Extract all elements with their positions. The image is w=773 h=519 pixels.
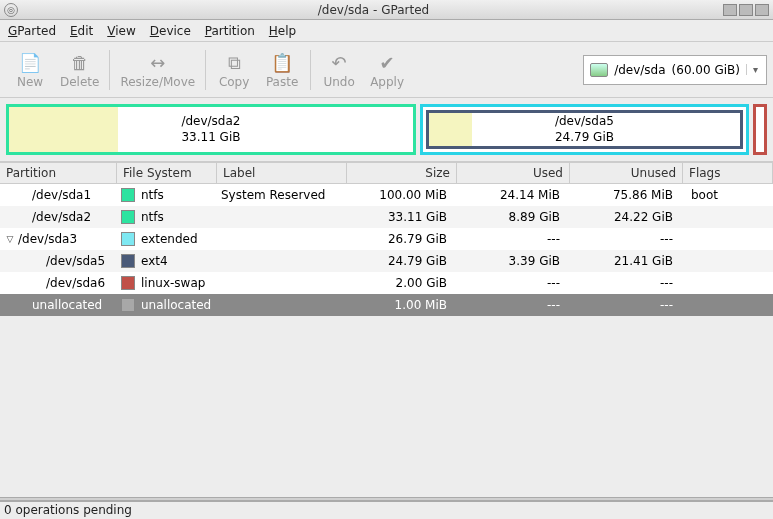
partition-size: 2.00 GiB xyxy=(347,272,457,294)
window-buttons xyxy=(723,4,769,16)
empty-area xyxy=(0,316,773,497)
partition-unused: 21.41 GiB xyxy=(570,250,683,272)
partition-size: 24.79 GiB xyxy=(347,250,457,272)
partition-label xyxy=(217,228,347,250)
table-row[interactable]: /dev/sda5ext424.79 GiB3.39 GiB21.41 GiB xyxy=(0,250,773,272)
device-name: /dev/sda xyxy=(614,63,665,77)
partition-name: unallocated xyxy=(32,298,102,312)
partition-used: 8.89 GiB xyxy=(457,206,570,228)
titlebar: ◎ /dev/sda - GParted xyxy=(0,0,773,20)
partition-used: 3.39 GiB xyxy=(457,250,570,272)
fs-name: ext4 xyxy=(141,254,168,268)
undo-button[interactable]: ↶Undo xyxy=(315,49,363,91)
partition-name: /dev/sda2 xyxy=(32,210,91,224)
fs-color-icon xyxy=(121,276,135,290)
partition-unused: 75.86 MiB xyxy=(570,184,683,206)
expand-icon[interactable]: ▽ xyxy=(4,234,16,244)
partition-used: 24.14 MiB xyxy=(457,184,570,206)
partition-label: System Reserved xyxy=(217,184,347,206)
col-size[interactable]: Size xyxy=(347,163,457,183)
maximize-button[interactable] xyxy=(739,4,753,16)
table-header: Partition File System Label Size Used Un… xyxy=(0,162,773,184)
partition-label xyxy=(217,250,347,272)
apply-button[interactable]: ✔Apply xyxy=(363,49,411,91)
table-row[interactable]: /dev/sda1ntfsSystem Reserved100.00 MiB24… xyxy=(0,184,773,206)
col-flags[interactable]: Flags xyxy=(683,163,773,183)
copy-button[interactable]: ⧉Copy xyxy=(210,49,258,91)
fs-color-icon xyxy=(121,188,135,202)
fs-name: ntfs xyxy=(141,188,164,202)
paste-icon: 📋 xyxy=(270,51,294,75)
col-filesystem[interactable]: File System xyxy=(117,163,217,183)
partmap-block-sda2[interactable]: /dev/sda233.11 GiB xyxy=(6,104,416,155)
table-row[interactable]: ▽/dev/sda3extended26.79 GiB------ xyxy=(0,228,773,250)
partition-flags xyxy=(683,272,773,294)
col-unused[interactable]: Unused xyxy=(570,163,683,183)
fs-name: linux-swap xyxy=(141,276,205,290)
partition-size: 26.79 GiB xyxy=(347,228,457,250)
device-selector[interactable]: /dev/sda (60.00 GiB) ▾ xyxy=(583,55,767,85)
window-title: /dev/sda - GParted xyxy=(24,3,723,17)
apply-icon: ✔ xyxy=(375,51,399,75)
col-partition[interactable]: Partition xyxy=(0,163,117,183)
fs-name: extended xyxy=(141,232,198,246)
copy-icon: ⧉ xyxy=(222,51,246,75)
partmap-label: /dev/sda5 xyxy=(555,114,614,130)
partition-name: /dev/sda1 xyxy=(32,188,91,202)
toolbar: 📄New 🗑Delete ↔Resize/Move ⧉Copy 📋Paste ↶… xyxy=(0,42,773,98)
partition-size: 100.00 MiB xyxy=(347,184,457,206)
partition-table: /dev/sda1ntfsSystem Reserved100.00 MiB24… xyxy=(0,184,773,316)
menu-partition[interactable]: Partition xyxy=(205,24,255,38)
col-used[interactable]: Used xyxy=(457,163,570,183)
delete-button[interactable]: 🗑Delete xyxy=(54,49,105,91)
fs-name: ntfs xyxy=(141,210,164,224)
menu-edit[interactable]: Edit xyxy=(70,24,93,38)
fs-color-icon xyxy=(121,298,135,312)
device-size: (60.00 GiB) xyxy=(672,63,740,77)
table-row[interactable]: /dev/sda2ntfs33.11 GiB8.89 GiB24.22 GiB xyxy=(0,206,773,228)
partition-unused: 24.22 GiB xyxy=(570,206,683,228)
resize-icon: ↔ xyxy=(146,51,170,75)
separator xyxy=(310,50,311,90)
table-row[interactable]: unallocatedunallocated1.00 MiB------ xyxy=(0,294,773,316)
partition-label xyxy=(217,206,347,228)
undo-icon: ↶ xyxy=(327,51,351,75)
new-icon: 📄 xyxy=(18,51,42,75)
fs-color-icon xyxy=(121,232,135,246)
menubar: GParted Edit View Device Partition Help xyxy=(0,20,773,42)
menu-device[interactable]: Device xyxy=(150,24,191,38)
partition-flags xyxy=(683,294,773,316)
app-icon: ◎ xyxy=(4,3,18,17)
partition-unused: --- xyxy=(570,294,683,316)
partition-name: /dev/sda6 xyxy=(46,276,105,290)
menu-help[interactable]: Help xyxy=(269,24,296,38)
col-label[interactable]: Label xyxy=(217,163,347,183)
partition-map: /dev/sda233.11 GiB /dev/sda524.79 GiB xyxy=(0,98,773,162)
resize-button[interactable]: ↔Resize/Move xyxy=(114,49,201,91)
delete-icon: 🗑 xyxy=(68,51,92,75)
chevron-down-icon: ▾ xyxy=(746,64,760,75)
menu-view[interactable]: View xyxy=(107,24,135,38)
partition-size: 33.11 GiB xyxy=(347,206,457,228)
paste-button[interactable]: 📋Paste xyxy=(258,49,306,91)
partition-used: --- xyxy=(457,228,570,250)
partition-flags xyxy=(683,250,773,272)
table-row[interactable]: /dev/sda6linux-swap2.00 GiB------ xyxy=(0,272,773,294)
partmap-block-swap[interactable] xyxy=(753,104,767,155)
partition-used: --- xyxy=(457,294,570,316)
separator xyxy=(205,50,206,90)
partition-label xyxy=(217,272,347,294)
partmap-block-extended[interactable]: /dev/sda524.79 GiB xyxy=(420,104,749,155)
separator xyxy=(109,50,110,90)
close-button[interactable] xyxy=(755,4,769,16)
new-button[interactable]: 📄New xyxy=(6,49,54,91)
partition-name: /dev/sda5 xyxy=(46,254,105,268)
partition-unused: --- xyxy=(570,228,683,250)
menu-gparted[interactable]: GParted xyxy=(8,24,56,38)
partition-name: /dev/sda3 xyxy=(18,232,77,246)
partmap-label: /dev/sda2 xyxy=(181,114,240,130)
partition-flags xyxy=(683,206,773,228)
partition-unused: --- xyxy=(570,272,683,294)
partition-size: 1.00 MiB xyxy=(347,294,457,316)
minimize-button[interactable] xyxy=(723,4,737,16)
